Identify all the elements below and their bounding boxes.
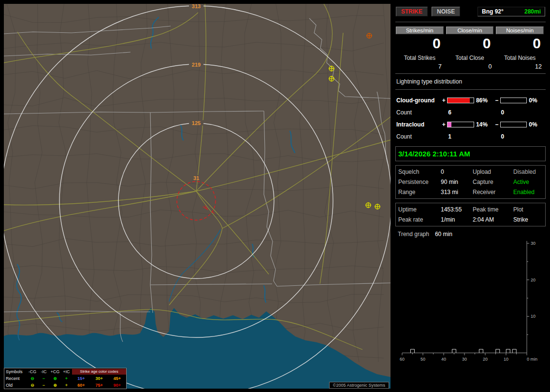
circle-minus-icon: ⊖	[27, 382, 38, 389]
total-close-label: Total Close	[446, 54, 494, 61]
peak-time-label: Peak time	[473, 206, 513, 213]
svg-text:0 min: 0 min	[527, 357, 537, 362]
peak-rate-label: Peak rate	[398, 216, 441, 223]
noises-per-min-label[interactable]: Noises/min	[496, 27, 544, 34]
total-strikes-label: Total Strikes	[396, 54, 444, 61]
divider	[395, 73, 546, 74]
session-info-box: Uptime 1453:55 Peak time Plot Peak rate …	[395, 203, 546, 226]
cg-negative-percent: 0%	[527, 97, 546, 104]
distance-value: 280mi	[524, 8, 541, 15]
receiver-label: Receiver	[473, 189, 513, 196]
map-legend: Symbols -CG -IC +CG +IC Strike age color…	[4, 368, 127, 389]
plot-value: Strike	[513, 216, 543, 223]
circle-plus-icon: ⊕	[49, 382, 61, 389]
noises-rate-column: Noises/min 0 Total Noises 12	[496, 27, 544, 70]
cloud-ground-label: Cloud-ground	[396, 97, 440, 104]
capture-status: Active	[513, 179, 543, 185]
current-datetime: 3/14/2026 2:10:11 AM	[398, 150, 470, 158]
squelch-value: 0	[441, 168, 473, 175]
lightning-distribution: Cloud-ground + 86% − 0% Count 6 0 Intrac…	[395, 93, 546, 142]
circle-plus-icon: ⊕	[49, 376, 61, 382]
total-noises-value: 12	[496, 61, 544, 70]
circle-minus-icon: ⊖	[27, 376, 38, 382]
legend-age-title: Strike age color codes	[72, 369, 126, 375]
trend-graph-header: Trend graph 60 min	[395, 226, 546, 238]
legend-symbols-title: Symbols	[4, 369, 27, 375]
svg-text:10: 10	[531, 314, 536, 319]
ring-label-313: 313	[192, 4, 201, 9]
squelch-label: Squelch	[398, 168, 441, 175]
svg-text:60: 60	[400, 357, 405, 362]
uptime-value: 1453:55	[441, 206, 473, 213]
age-60: 60+	[72, 382, 90, 389]
legend-recent-label: Recent	[4, 376, 27, 382]
capture-label: Capture	[473, 179, 513, 185]
status-panel: STRIKE NOISE Bng 92° 280mi Strikes/min 0…	[395, 4, 546, 389]
age-45: 45+	[108, 376, 126, 382]
strikes-per-min-label[interactable]: Strikes/min	[396, 27, 444, 34]
svg-text:30: 30	[462, 357, 467, 362]
strike-toggle-button[interactable]: STRIKE	[396, 7, 428, 16]
peak-rate-value: 1/min	[441, 216, 473, 223]
minus-icon: −	[38, 376, 50, 382]
age-75: 75+	[90, 382, 108, 389]
receiver-status: Enabled	[513, 189, 543, 196]
svg-text:10: 10	[504, 357, 508, 362]
upload-label: Upload	[473, 168, 513, 175]
legend-old-row: Old ⊖ − ⊕ + 60+ 75+ 90+	[4, 382, 126, 389]
count-label: Count	[396, 133, 440, 140]
cg-negative-count: 0	[500, 109, 527, 116]
plus-icon: +	[61, 382, 72, 389]
lightning-map: 313 219 125 31	[4, 4, 391, 389]
minus-sign: −	[493, 121, 500, 128]
count-label: Count	[396, 109, 440, 116]
persistence-value: 90 min	[441, 179, 473, 185]
total-strikes-value: 7	[396, 61, 444, 70]
plus-sign: +	[440, 121, 447, 128]
noises-per-min-value: 0	[496, 34, 544, 54]
total-noises-label: Total Noises	[496, 54, 544, 61]
rates-section: Strikes/min 0 Total Strikes 7 Close/min …	[395, 26, 546, 70]
range-label: Range	[398, 189, 441, 196]
peak-time-value: 2:04 AM	[473, 216, 513, 223]
plot-label: Plot	[513, 206, 543, 213]
cg-positive-bar	[447, 98, 474, 103]
display-mode-row: STRIKE NOISE Bng 92° 280mi	[395, 4, 546, 18]
legend-col-neg-cg: -CG	[27, 369, 38, 375]
strikes-per-min-value: 0	[396, 34, 444, 54]
legend-col-neg-ic: -IC	[38, 369, 50, 375]
receiver-status-box: Squelch 0 Upload Disabled Persistence 90…	[395, 165, 546, 199]
trend-graph-duration: 60 min	[435, 231, 452, 238]
ring-label-219: 219	[192, 62, 201, 68]
intracloud-label: Intracloud	[396, 121, 440, 128]
ic-positive-count: 1	[447, 133, 474, 140]
distribution-title: Lightning type distribution	[395, 77, 546, 86]
close-per-min-value: 0	[446, 34, 494, 54]
noise-toggle-button[interactable]: NOISE	[432, 7, 460, 16]
legend-recent-row: Recent ⊖ − ⊕ + 15+ 30+ 45+	[4, 375, 126, 382]
age-30: 30+	[90, 376, 108, 382]
legend-header-row: Symbols -CG -IC +CG +IC Strike age color…	[4, 368, 126, 375]
plus-sign: +	[440, 97, 447, 104]
copyright-credit: ©2005 Astrogenic Systems	[329, 382, 389, 389]
range-value: 313 mi	[441, 189, 473, 196]
cg-positive-percent: 86%	[474, 97, 493, 104]
minus-icon: −	[38, 382, 50, 389]
ic-negative-count: 0	[500, 133, 527, 140]
close-per-min-label[interactable]: Close/min	[446, 27, 494, 34]
strikes-rate-column: Strikes/min 0 Total Strikes 7	[396, 27, 444, 70]
legend-col-pos-ic: +IC	[61, 369, 72, 375]
svg-text:30: 30	[531, 241, 536, 246]
ring-label-31: 31	[193, 175, 199, 181]
svg-text:20: 20	[531, 278, 536, 282]
age-15: 15+	[72, 376, 90, 382]
age-90: 90+	[108, 382, 126, 389]
upload-status: Disabled	[513, 168, 543, 175]
bearing-range-display: Bng 92° 280mi	[478, 7, 545, 16]
legend-col-pos-cg: +CG	[49, 369, 61, 375]
cg-negative-bar	[500, 98, 527, 103]
divider	[395, 22, 546, 22]
ring-label-125: 125	[192, 120, 201, 126]
cloud-ground-count-row: Count 6 0	[396, 106, 546, 118]
total-close-value: 0	[446, 61, 494, 70]
